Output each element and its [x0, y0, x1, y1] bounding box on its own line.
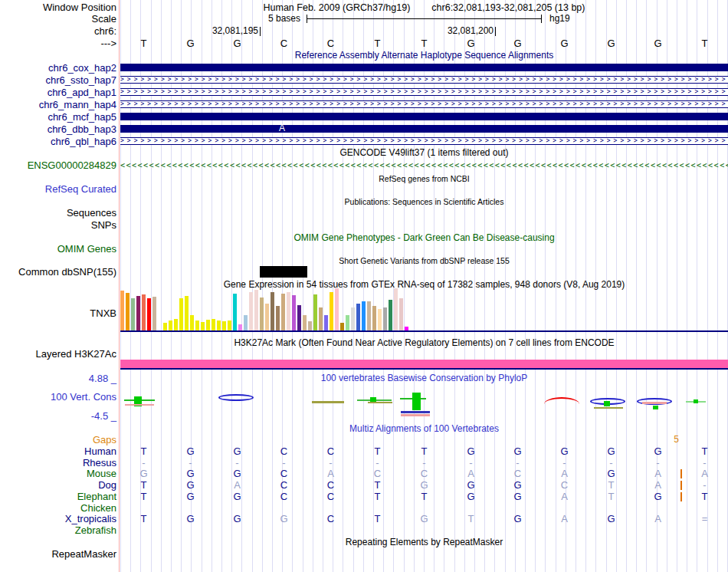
- alignment-base: T: [681, 446, 728, 457]
- gtex-tissue-bar: [254, 290, 258, 330]
- alignment-base: T: [354, 491, 401, 502]
- alignment-base: -: [681, 480, 728, 491]
- gtex-tissue-bar: [378, 309, 382, 330]
- multiz-gaps-label[interactable]: Gaps: [0, 435, 116, 445]
- haplotype-track-title[interactable]: Reference Assembly Alternate Haplotype S…: [120, 51, 728, 61]
- h3k27ac-label[interactable]: Layered H3K27Ac: [0, 349, 116, 359]
- alignment-base: G: [635, 491, 681, 502]
- multiz-species-label-chicken[interactable]: Chicken: [0, 503, 116, 513]
- haplotype-mismatch-base: A: [271, 123, 293, 133]
- strand-label[interactable]: --->: [0, 38, 116, 48]
- alignment-base: A: [541, 468, 588, 479]
- haplotype-track-chr6_dbb_hap3[interactable]: A: [120, 125, 728, 133]
- haplotype-label-chr6_apd_hap1[interactable]: chr6_apd_hap1: [0, 87, 116, 97]
- gtex-tissue-bar: [330, 292, 333, 330]
- alignment-base: C: [401, 468, 448, 479]
- haplotype-track-chr6_mann_hap4[interactable]: >>>>>>>>>>>>>>>>>>>>>>>>>>>>>>>>>>>>>>>>…: [120, 100, 728, 108]
- alignment-base: -: [635, 458, 681, 468]
- alignment-base: -: [588, 458, 635, 468]
- gtex-tissue-bar: [335, 288, 339, 330]
- alignment-base: G: [167, 514, 214, 524]
- gencode-gene-label[interactable]: ENSG00000284829: [0, 160, 116, 170]
- reference-base: G: [494, 38, 541, 49]
- alignment-base: G: [588, 446, 635, 457]
- conservation-mark-hline: [401, 414, 430, 416]
- alignment-base: C: [307, 514, 354, 524]
- alignment-base: G: [494, 491, 541, 502]
- haplotype-label-chr6_mann_hap4[interactable]: chr6_mann_hap4: [0, 100, 116, 110]
- gtex-tissue-bar: [179, 298, 183, 330]
- gtex-tissue-bar: [222, 321, 226, 330]
- omim-genes-label[interactable]: OMIM Genes: [0, 244, 116, 254]
- multiz-species-label-mouse[interactable]: Mouse: [0, 468, 116, 478]
- dbsnp-variant-box[interactable]: [260, 266, 307, 278]
- refseq-track-title[interactable]: RefSeq genes from NCBI: [120, 174, 728, 184]
- haplotype-label-chr6_dbb_hap3[interactable]: chr6_dbb_hap3: [0, 124, 116, 134]
- gtex-baseline: [120, 330, 728, 332]
- dbsnp-track-title[interactable]: Short Genetic Variants from dbSNP releas…: [120, 256, 728, 266]
- gtex-tissue-bar: [313, 294, 317, 330]
- gencode-track-title[interactable]: GENCODE V49lift37 (1 items filtered out): [120, 148, 728, 158]
- haplotype-track-chr6_qbl_hap6[interactable]: >>>>>>>>>>>>>>>>>>>>>>>>>>>>>>>>>>>>>>>>…: [120, 137, 728, 145]
- alignment-base: T: [120, 446, 167, 457]
- repeatmasker-track-title[interactable]: Repeating Elements by RepeatMasker: [120, 537, 728, 547]
- refseq-curated-label[interactable]: RefSeq Curated: [0, 184, 116, 194]
- multiz-species-label-human[interactable]: Human: [0, 446, 116, 456]
- alignment-base: C: [261, 491, 307, 502]
- phylop-max-label: 4.88 _: [0, 373, 116, 383]
- alignment-base: -: [448, 458, 494, 468]
- sequences-label[interactable]: Sequences: [0, 208, 116, 218]
- publications-track-title[interactable]: Publications: Sequences in Scientific Ar…: [120, 197, 728, 207]
- alignment-base: A: [635, 514, 681, 524]
- haplotype-label-chr6_cox_hap2[interactable]: chr6_cox_hap2: [0, 63, 116, 73]
- omim-track-title[interactable]: OMIM Gene Phenotypes - Dark Green Can Be…: [120, 233, 728, 243]
- alignment-base: -: [401, 458, 448, 468]
- haplotype-label-chr6_ssto_hap7[interactable]: chr6_ssto_hap7: [0, 75, 116, 85]
- gtex-tissue-bar: [152, 297, 156, 330]
- haplotype-track-chr6_cox_hap2[interactable]: [120, 64, 728, 71]
- gtex-gene-label[interactable]: TNXB: [0, 308, 116, 318]
- h3k27ac-signal-bar[interactable]: [120, 360, 728, 368]
- alignment-base: G: [214, 468, 261, 479]
- snps-label[interactable]: SNPs: [0, 220, 116, 230]
- gtex-tissue-bar: [389, 300, 392, 330]
- phylop-track-title[interactable]: 100 vertebrates Basewise Conservation by…: [120, 373, 728, 383]
- h3k27ac-track-title[interactable]: H3K27Ac Mark (Often Found Near Active Re…: [120, 338, 728, 348]
- phylop-track-label[interactable]: 100 Vert. Cons: [0, 392, 116, 402]
- multiz-species-label-dog[interactable]: Dog: [0, 480, 116, 490]
- gtex-tissue-bar: [372, 306, 376, 330]
- gtex-tissue-bar: [238, 324, 242, 330]
- gtex-tissue-bar: [126, 293, 130, 330]
- gtex-track-title[interactable]: Gene Expression in 54 tissues from GTEx …: [120, 280, 728, 290]
- alignment-base: -: [307, 458, 354, 468]
- scale-bar-left-tick: [307, 15, 307, 23]
- repeatmasker-label[interactable]: RepeatMasker: [0, 549, 116, 559]
- gtex-tissue-bar: [346, 315, 349, 330]
- multiz-species-label-elephant[interactable]: Elephant: [0, 491, 116, 501]
- alignment-base: G: [167, 491, 214, 502]
- multiz-species-label-x_tropicalis[interactable]: X_tropicalis: [0, 514, 116, 524]
- dbsnp-label[interactable]: Common dbSNP(155): [0, 267, 116, 277]
- alignment-base: A: [448, 468, 494, 479]
- conservation-mark-rect: [604, 401, 610, 406]
- multiz-track-title[interactable]: Multiz Alignments of 100 Vertebrates: [120, 424, 728, 434]
- gencode-gene-direction-arrows[interactable]: <<<<<<<<<<<<<<<<<<<<<<<<<<<<<<<<<<<<<<<<…: [120, 161, 728, 170]
- multiz-species-label-rhesus[interactable]: Rhesus: [0, 458, 116, 468]
- reference-base: T: [354, 38, 401, 49]
- reference-sequence-row[interactable]: TGGCCTTGGGGGT: [120, 38, 728, 49]
- haplotype-track-chr6_mcf_hap5[interactable]: [120, 113, 728, 120]
- reference-base: G: [167, 38, 214, 49]
- multiz-species-label-zebrafish[interactable]: Zebrafish: [0, 525, 116, 535]
- scale-label: Scale: [0, 14, 116, 24]
- alignment-base: =: [681, 514, 728, 524]
- alignment-base: A: [307, 468, 354, 479]
- alignment-base: G: [588, 514, 635, 524]
- gtex-tissue-bar: [319, 307, 323, 330]
- haplotype-track-chr6_ssto_hap7[interactable]: >>>>>>>>>>>>>>>>>>>>>>>>>>>>>>>>>>>>>>>>…: [120, 76, 728, 84]
- haplotype-label-chr6_mcf_hap5[interactable]: chr6_mcf_hap5: [0, 112, 116, 122]
- haplotype-track-chr6_apd_hap1[interactable]: >>>>>>>>>>>>>>>>>>>>>>>>>>>>>>>>>>>>>>>>…: [120, 88, 728, 96]
- gtex-tissue-bar: [260, 298, 264, 330]
- alignment-base: G: [588, 468, 635, 479]
- reference-base: G: [588, 38, 635, 49]
- haplotype-label-chr6_qbl_hap6[interactable]: chr6_qbl_hap6: [0, 136, 116, 146]
